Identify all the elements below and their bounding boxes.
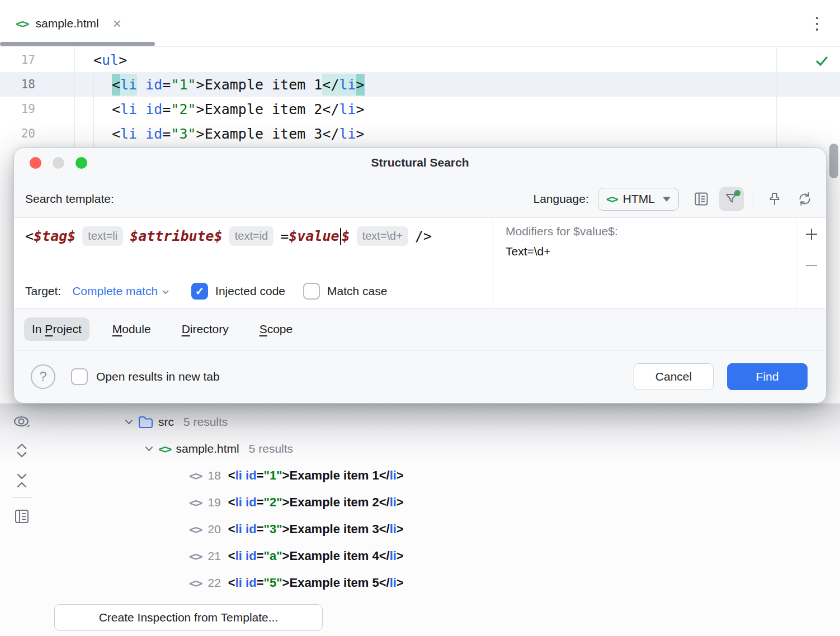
saved-templates-icon[interactable]: [689, 187, 714, 211]
open-results-checkbox[interactable]: [71, 368, 88, 385]
modifiers-title: Modifiers for $value$:: [506, 225, 796, 238]
html-file-icon: <>: [16, 17, 29, 31]
chevron-down-icon[interactable]: [124, 419, 133, 425]
preview-usages-eye-icon[interactable]: [12, 412, 32, 433]
create-inspection-button[interactable]: Create Inspection from Template...: [54, 604, 323, 631]
tag-usage-icon: <>: [189, 496, 202, 510]
window-controls: [30, 157, 87, 169]
tag-usage-icon: <>: [189, 469, 202, 483]
match-row[interactable]: <> 18 <li id="1">Example item 1</li>: [44, 462, 840, 489]
search-template-input[interactable]: <$tag$text=li$attribute$text=id=$value$t…: [25, 226, 493, 246]
gutter-separator: [74, 48, 75, 148]
dialog-footer: ? Open results in new tab Cancel Find: [14, 350, 826, 403]
add-modifier-button[interactable]: [803, 226, 820, 243]
filter-active-dot: [734, 190, 740, 196]
line-number: 17: [0, 53, 74, 67]
window-minimize-button: [53, 157, 64, 169]
active-tab-indicator: [0, 42, 155, 46]
tab-close-icon[interactable]: ×: [113, 16, 121, 31]
template-header-row: Search template: Language: <> HTML: [14, 181, 826, 217]
match-line-number: 22: [208, 576, 221, 590]
window-zoom-button[interactable]: [75, 157, 87, 169]
dialog-title: Structural Search: [14, 148, 826, 169]
toolbar-divider: [12, 497, 32, 498]
editor-line[interactable]: 17 <ul>: [0, 48, 840, 72]
match-code: <li id="a">Example item 4</li>: [228, 549, 404, 563]
match-case-label: Match case: [327, 284, 387, 298]
match-row[interactable]: <> 22 <li id="5">Example item 5</li>: [44, 569, 840, 596]
search-template-label: Search template:: [25, 192, 114, 206]
scope-tabs: In Project Module Directory Scope: [14, 308, 826, 350]
injected-code-checkbox[interactable]: ✓: [191, 283, 208, 300]
tag-usage-icon: <>: [189, 523, 202, 537]
tree-row-src-folder[interactable]: src 5 results: [44, 409, 840, 435]
filter-icon[interactable]: [719, 187, 744, 211]
folder-name: src: [158, 415, 174, 429]
scope-tab-in-project[interactable]: In Project: [24, 317, 89, 341]
match-line-number: 18: [208, 469, 221, 482]
editor-line-current[interactable]: 18 <li id="1">Example item 1</li>: [0, 72, 840, 97]
dialog-header: Structural Search: [14, 148, 826, 181]
dropdown-arrow-icon: [663, 197, 671, 202]
result-count: 5 results: [183, 415, 228, 429]
editor-code-line[interactable]: <li id="3">Example item 3</li>: [74, 126, 365, 142]
tag-usage-icon: <>: [189, 576, 202, 590]
language-label: Language:: [533, 192, 588, 206]
template-editor-band: <$tag$text=li$attribute$text=id=$value$t…: [14, 217, 826, 308]
editor-code-line[interactable]: <ul>: [74, 52, 127, 68]
result-count: 5 results: [249, 442, 293, 455]
match-code: <li id="2">Example item 2</li>: [228, 495, 404, 510]
results-tree: src 5 results <> sample.html 5 results <…: [44, 404, 840, 596]
scope-tab-scope[interactable]: Scope: [252, 317, 301, 341]
expand-all-icon[interactable]: [12, 440, 32, 461]
tag-usage-icon: <>: [189, 549, 202, 563]
structural-search-dialog: Structural Search Search template: Langu…: [13, 148, 827, 404]
right-margin-line: [776, 48, 777, 148]
remove-modifier-button[interactable]: [803, 257, 820, 274]
html-language-icon: <>: [606, 192, 617, 206]
match-code: <li id="3">Example item 3</li>: [228, 522, 404, 537]
editor-line[interactable]: 19 <li id="2">Example item 2</li>: [0, 97, 840, 121]
editor-scrollbar-thumb[interactable]: [829, 144, 838, 178]
chevron-down-icon: [162, 290, 169, 295]
scope-tab-directory[interactable]: Directory: [174, 317, 237, 341]
reset-icon[interactable]: [792, 187, 817, 211]
open-in-find-window-icon[interactable]: [12, 506, 32, 526]
match-case-checkbox[interactable]: [303, 283, 320, 300]
match-line-number: 21: [208, 549, 221, 563]
folder-icon: [138, 416, 153, 429]
match-code: <li id="1">Example item 1</li>: [228, 468, 404, 483]
html-file-icon: <>: [158, 442, 171, 456]
pin-icon[interactable]: [762, 187, 787, 211]
target-label: Target:: [25, 284, 61, 298]
editor-code-line[interactable]: <li id="2">Example item 2</li>: [74, 101, 365, 117]
results-toolbar: [0, 404, 44, 636]
match-row[interactable]: <> 19 <li id="2">Example item 2</li>: [44, 489, 840, 516]
file-name: sample.html: [176, 442, 239, 455]
find-button[interactable]: Find: [727, 363, 808, 390]
match-line-number: 20: [208, 523, 221, 536]
scope-tab-module[interactable]: Module: [105, 317, 159, 341]
cancel-button[interactable]: Cancel: [634, 363, 714, 390]
chevron-down-icon[interactable]: [144, 446, 153, 452]
tree-row-sample-html[interactable]: <> sample.html 5 results: [44, 435, 840, 462]
target-select[interactable]: Complete match: [72, 284, 169, 298]
help-icon[interactable]: ?: [31, 364, 55, 389]
editor-code-line[interactable]: <li id="1">Example item 1</li>: [74, 77, 365, 93]
window-close-button[interactable]: [30, 157, 41, 169]
editor-options-kebab-icon[interactable]: ⋮: [808, 12, 827, 35]
match-row[interactable]: <> 20 <li id="3">Example item 3</li>: [44, 516, 840, 543]
match-line-number: 19: [208, 496, 221, 509]
match-code: <li id="5">Example item 5</li>: [228, 576, 404, 590]
line-number: 18: [0, 78, 74, 91]
match-row[interactable]: <> 21 <li id="a">Example item 4</li>: [44, 543, 840, 569]
language-select[interactable]: <> HTML: [598, 188, 679, 211]
modifiers-panel[interactable]: Modifiers for $value$: Text=\d+: [493, 218, 796, 308]
inspections-ok-check-icon[interactable]: [814, 54, 829, 69]
collapse-all-icon[interactable]: [12, 471, 32, 491]
editor-tab-sample-html[interactable]: <> sample.html ×: [0, 0, 121, 47]
find-results-panel: src 5 results <> sample.html 5 results <…: [0, 404, 840, 636]
indent-guide: [93, 74, 94, 148]
editor-line[interactable]: 20 <li id="3">Example item 3</li>: [0, 121, 840, 146]
code-editor[interactable]: 17 <ul> 18 <li id="1">Example item 1</li…: [0, 48, 840, 148]
